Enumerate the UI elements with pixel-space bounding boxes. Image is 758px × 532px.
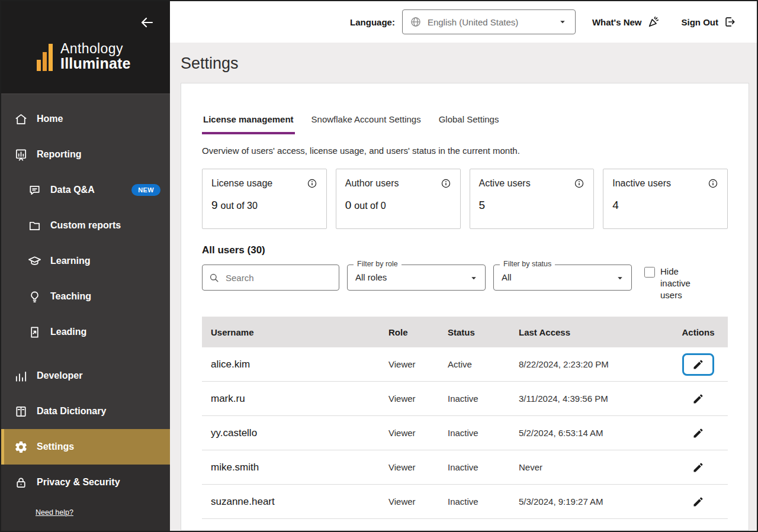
whats-new-label: What's New bbox=[592, 17, 642, 27]
chevron-down-icon bbox=[557, 17, 568, 27]
role-cell: Viewer bbox=[380, 394, 439, 404]
stat-title: License usage bbox=[211, 178, 272, 189]
topbar: Language: English (United States) What's… bbox=[170, 1, 757, 43]
settings-card: License management Snowflake Account Set… bbox=[181, 83, 749, 531]
info-icon[interactable] bbox=[574, 178, 584, 189]
edit-user-button[interactable] bbox=[689, 356, 708, 373]
search-input[interactable] bbox=[224, 272, 333, 283]
stat-card-inactive-users: Inactive users 4 bbox=[603, 169, 728, 229]
sidebar-header: Anthology Illuminate bbox=[1, 1, 170, 94]
reporting-icon bbox=[14, 148, 28, 162]
sidebar-item-label: Learning bbox=[50, 256, 91, 266]
sidebar-item-reporting[interactable]: Reporting bbox=[1, 137, 170, 172]
info-icon[interactable] bbox=[708, 178, 718, 189]
sidebar: Anthology Illuminate Home Reporting Data… bbox=[1, 1, 170, 531]
sidebar-item-label: Leading bbox=[50, 327, 86, 337]
edit-user-button[interactable] bbox=[689, 391, 708, 407]
stat-card-active-users: Active users 5 bbox=[470, 169, 595, 229]
content-area: Settings License management Snowflake Ac… bbox=[170, 43, 757, 531]
brand-line1: Anthology bbox=[60, 41, 131, 56]
tab-global-settings[interactable]: Global Settings bbox=[438, 112, 500, 134]
status-cell: Inactive bbox=[439, 428, 510, 438]
chevron-down-icon bbox=[468, 273, 479, 283]
home-icon bbox=[14, 112, 28, 126]
sidebar-item-teaching[interactable]: Teaching bbox=[1, 279, 170, 314]
filter-by-status-label: Filter by status bbox=[500, 260, 555, 268]
column-header-role: Role bbox=[380, 327, 439, 337]
sidebar-item-label: Data Dictionary bbox=[37, 406, 106, 417]
sidebar-item-label: Reporting bbox=[37, 149, 82, 160]
sidebar-item-label: Developer bbox=[37, 370, 82, 381]
language-select-value: English (United States) bbox=[428, 17, 518, 27]
chat-icon bbox=[28, 183, 41, 197]
sidebar-item-label: Data Q&A bbox=[50, 185, 95, 195]
brand-name: Anthology Illuminate bbox=[60, 41, 131, 71]
pencil-icon bbox=[692, 462, 704, 473]
lock-icon bbox=[14, 476, 28, 489]
stat-value: 5 bbox=[479, 199, 585, 212]
collapse-sidebar-button[interactable] bbox=[139, 14, 156, 31]
filter-by-role-value: All roles bbox=[348, 265, 485, 290]
stat-card-author-users: Author users 0out of 0 bbox=[336, 169, 461, 229]
brand-logo-icon bbox=[37, 41, 53, 71]
stat-title: Active users bbox=[479, 178, 531, 189]
hide-inactive-checkbox[interactable] bbox=[644, 267, 655, 278]
edit-user-button[interactable] bbox=[689, 459, 708, 476]
table-header-row: Username Role Status Last Access Actions bbox=[202, 317, 728, 347]
filter-by-status-value: All bbox=[494, 265, 631, 290]
last-access-cell: 5/3/2024, 9:19:27 AM bbox=[510, 496, 669, 507]
column-header-status: Status bbox=[439, 327, 510, 337]
table-row: yy.castello Viewer Inactive 5/2/2024, 6:… bbox=[202, 416, 728, 450]
hide-inactive-label[interactable]: Hide inactive users bbox=[660, 266, 701, 301]
filter-by-role-select[interactable]: Filter by role All roles bbox=[347, 265, 486, 291]
column-header-last-access: Last Access bbox=[510, 327, 669, 337]
hide-inactive-users-control: Hide inactive users bbox=[644, 265, 701, 301]
language-select[interactable]: English (United States) bbox=[402, 9, 576, 34]
stat-value: 4 bbox=[612, 199, 718, 212]
tab-snowflake-account-settings[interactable]: Snowflake Account Settings bbox=[310, 112, 422, 134]
sidebar-item-data-dictionary[interactable]: Data Dictionary bbox=[1, 394, 170, 429]
tab-license-management[interactable]: License management bbox=[202, 112, 295, 134]
table-row: mark.ru Viewer Inactive 3/11/2024, 4:39:… bbox=[202, 382, 728, 416]
app-window: Anthology Illuminate Home Reporting Data… bbox=[0, 0, 758, 532]
brand-line2: Illuminate bbox=[60, 56, 131, 71]
sidebar-item-settings[interactable]: Settings bbox=[1, 429, 170, 465]
sidebar-item-learning[interactable]: Learning bbox=[1, 243, 170, 279]
info-icon[interactable] bbox=[307, 178, 317, 189]
tabs: License management Snowflake Account Set… bbox=[202, 112, 728, 134]
page-title: Settings bbox=[181, 53, 749, 73]
lightbulb-icon bbox=[28, 290, 41, 304]
whats-new-button[interactable]: What's New bbox=[592, 15, 660, 28]
stat-cards: License usage 9out of 30 Author users 0o… bbox=[202, 169, 728, 229]
table-row: alice.kim Viewer Active 8/22/2024, 2:23:… bbox=[202, 347, 728, 382]
sidebar-item-label: Custom reports bbox=[50, 220, 121, 231]
sidebar-item-label: Settings bbox=[37, 441, 74, 452]
filter-by-status-select[interactable]: Filter by status All bbox=[493, 265, 632, 291]
sidebar-item-leading[interactable]: Leading bbox=[1, 314, 170, 350]
sign-out-button[interactable]: Sign Out bbox=[682, 15, 737, 28]
sidebar-item-data-qa[interactable]: Data Q&A NEW bbox=[1, 172, 170, 208]
column-header-username: Username bbox=[202, 327, 380, 337]
last-access-cell: 3/11/2024, 4:39:56 PM bbox=[510, 394, 669, 404]
status-cell: Inactive bbox=[439, 496, 510, 507]
table-row: suzanne.heart Viewer Inactive 5/3/2024, … bbox=[202, 485, 728, 519]
column-header-actions: Actions bbox=[669, 327, 728, 337]
edit-user-button[interactable] bbox=[689, 494, 708, 510]
sidebar-item-privacy-security[interactable]: Privacy & Security bbox=[1, 465, 170, 500]
sidebar-item-home[interactable]: Home bbox=[1, 101, 170, 137]
document-arrow-icon bbox=[28, 325, 41, 339]
sidebar-item-custom-reports[interactable]: Custom reports bbox=[1, 208, 170, 243]
username-cell: mark.ru bbox=[202, 393, 380, 405]
sign-out-label: Sign Out bbox=[682, 17, 719, 27]
bar-chart-icon bbox=[14, 369, 28, 383]
all-users-heading: All users (30) bbox=[202, 244, 728, 256]
sidebar-item-developer[interactable]: Developer bbox=[1, 358, 170, 394]
need-help-link[interactable]: Need help? bbox=[36, 508, 73, 517]
role-cell: Viewer bbox=[380, 428, 439, 438]
role-cell: Viewer bbox=[380, 496, 439, 507]
username-cell: suzanne.heart bbox=[202, 496, 380, 508]
language-label: Language: bbox=[350, 17, 395, 27]
main-area: Language: English (United States) What's… bbox=[170, 1, 757, 531]
edit-user-button[interactable] bbox=[689, 425, 708, 441]
info-icon[interactable] bbox=[441, 178, 451, 189]
